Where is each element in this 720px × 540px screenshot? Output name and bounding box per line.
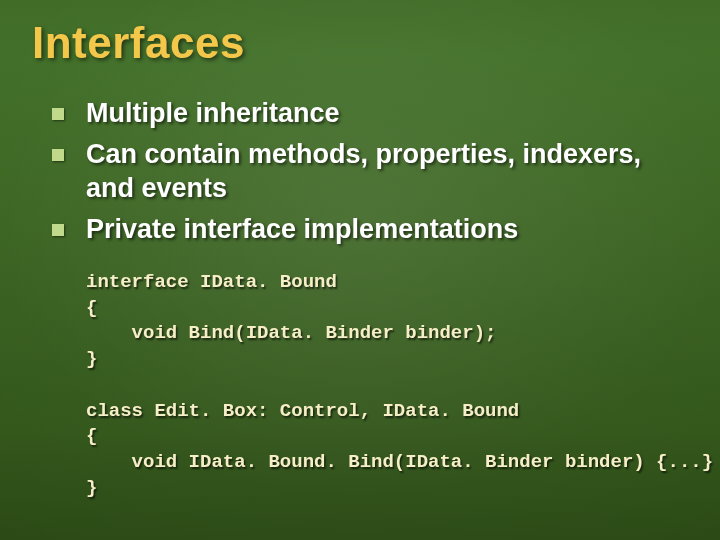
code-block-interface: interface IData. Bound { void Bind(IData…	[86, 270, 692, 373]
code-line: {	[86, 297, 97, 319]
bullet-text: Multiple inheritance	[86, 96, 340, 131]
code-block-class: class Edit. Box: Control, IData. Bound {…	[86, 399, 692, 502]
code-line: void IData. Bound. Bind(IData. Binder bi…	[86, 451, 713, 473]
bullet-text: Can contain methods, properties, indexer…	[86, 137, 692, 206]
page-title: Interfaces	[32, 18, 692, 68]
bullet-square-icon	[52, 224, 64, 236]
bullet-text: Private interface implementations	[86, 212, 518, 247]
code-line: {	[86, 425, 97, 447]
slide: Interfaces Multiple inheritance Can cont…	[0, 0, 720, 540]
list-item: Can contain methods, properties, indexer…	[52, 137, 692, 206]
code-line: interface IData. Bound	[86, 271, 337, 293]
list-item: Multiple inheritance	[52, 96, 692, 131]
code-line: class Edit. Box: Control, IData. Bound	[86, 400, 519, 422]
bullet-list: Multiple inheritance Can contain methods…	[52, 96, 692, 246]
code-line: }	[86, 477, 97, 499]
bullet-square-icon	[52, 108, 64, 120]
bullet-square-icon	[52, 149, 64, 161]
code-line: }	[86, 348, 97, 370]
list-item: Private interface implementations	[52, 212, 692, 247]
code-line: void Bind(IData. Binder binder);	[86, 322, 496, 344]
